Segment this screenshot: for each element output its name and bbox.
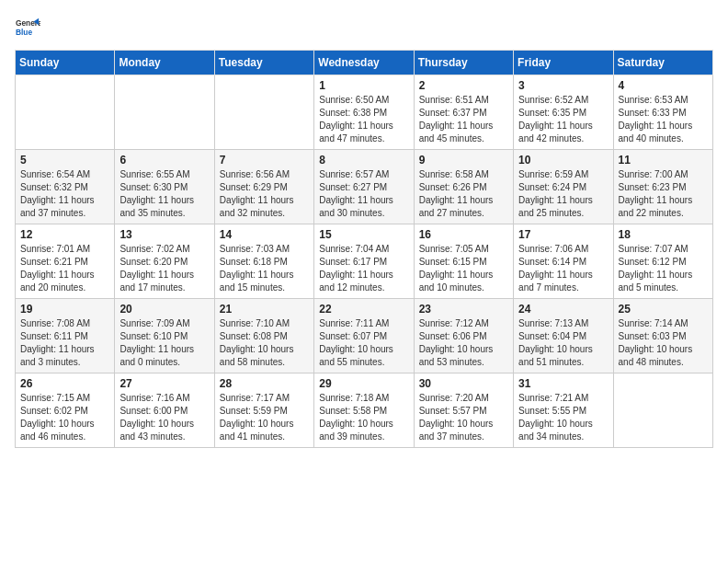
day-number: 7 xyxy=(220,154,309,167)
day-number: 27 xyxy=(119,377,209,390)
calendar-cell: 18Sunrise: 7:07 AM Sunset: 6:12 PM Dayli… xyxy=(613,224,712,299)
day-number: 8 xyxy=(319,154,408,167)
day-number: 2 xyxy=(419,79,508,92)
day-info: Sunrise: 7:04 AM Sunset: 6:17 PM Dayligh… xyxy=(319,243,408,294)
calendar-cell xyxy=(16,75,115,150)
calendar-cell xyxy=(115,75,214,150)
day-number: 12 xyxy=(20,228,109,241)
day-number: 30 xyxy=(419,377,508,390)
calendar-cell: 27Sunrise: 7:16 AM Sunset: 6:00 PM Dayli… xyxy=(115,373,214,448)
calendar-week-row: 19Sunrise: 7:08 AM Sunset: 6:11 PM Dayli… xyxy=(16,299,713,373)
day-info: Sunrise: 7:13 AM Sunset: 6:04 PM Dayligh… xyxy=(518,317,608,369)
day-info: Sunrise: 6:57 AM Sunset: 6:27 PM Dayligh… xyxy=(319,168,408,220)
day-number: 4 xyxy=(619,79,708,92)
day-number: 10 xyxy=(518,154,608,167)
day-info: Sunrise: 7:16 AM Sunset: 6:00 PM Dayligh… xyxy=(119,392,209,443)
calendar-cell: 11Sunrise: 7:00 AM Sunset: 6:23 PM Dayli… xyxy=(613,150,712,224)
calendar-cell: 21Sunrise: 7:10 AM Sunset: 6:08 PM Dayli… xyxy=(214,299,313,373)
day-number: 24 xyxy=(518,303,608,316)
day-info: Sunrise: 6:59 AM Sunset: 6:24 PM Dayligh… xyxy=(518,168,608,220)
day-info: Sunrise: 7:18 AM Sunset: 5:58 PM Dayligh… xyxy=(319,392,408,443)
day-info: Sunrise: 7:21 AM Sunset: 5:55 PM Dayligh… xyxy=(518,392,608,443)
calendar-cell: 16Sunrise: 7:05 AM Sunset: 6:15 PM Dayli… xyxy=(414,224,513,299)
calendar-cell: 24Sunrise: 7:13 AM Sunset: 6:04 PM Dayli… xyxy=(514,299,613,373)
day-number: 25 xyxy=(619,303,708,316)
calendar-week-row: 1Sunrise: 6:50 AM Sunset: 6:38 PM Daylig… xyxy=(16,75,713,150)
day-number: 3 xyxy=(518,79,608,92)
day-info: Sunrise: 7:06 AM Sunset: 6:14 PM Dayligh… xyxy=(518,243,608,294)
calendar-cell: 15Sunrise: 7:04 AM Sunset: 6:17 PM Dayli… xyxy=(314,224,414,299)
day-number: 14 xyxy=(220,228,309,241)
weekday-header: Friday xyxy=(514,51,613,75)
day-info: Sunrise: 6:53 AM Sunset: 6:33 PM Dayligh… xyxy=(619,94,708,145)
day-number: 16 xyxy=(419,228,508,241)
weekday-header: Saturday xyxy=(613,51,712,75)
day-info: Sunrise: 7:05 AM Sunset: 6:15 PM Dayligh… xyxy=(419,243,508,294)
day-number: 21 xyxy=(220,303,309,316)
day-number: 26 xyxy=(20,377,109,390)
day-number: 31 xyxy=(518,377,608,390)
day-info: Sunrise: 7:15 AM Sunset: 6:02 PM Dayligh… xyxy=(20,392,109,443)
calendar-cell: 7Sunrise: 6:56 AM Sunset: 6:29 PM Daylig… xyxy=(214,150,313,224)
day-number: 28 xyxy=(220,377,309,390)
page-header: General Blue xyxy=(15,15,713,40)
day-info: Sunrise: 6:52 AM Sunset: 6:35 PM Dayligh… xyxy=(518,94,608,145)
day-info: Sunrise: 6:55 AM Sunset: 6:30 PM Dayligh… xyxy=(119,168,209,220)
calendar-week-row: 26Sunrise: 7:15 AM Sunset: 6:02 PM Dayli… xyxy=(16,373,713,448)
calendar-cell: 31Sunrise: 7:21 AM Sunset: 5:55 PM Dayli… xyxy=(514,373,613,448)
day-info: Sunrise: 7:17 AM Sunset: 5:59 PM Dayligh… xyxy=(220,392,309,443)
weekday-header: Tuesday xyxy=(214,51,313,75)
calendar-cell: 5Sunrise: 6:54 AM Sunset: 6:32 PM Daylig… xyxy=(16,150,115,224)
calendar-cell: 4Sunrise: 6:53 AM Sunset: 6:33 PM Daylig… xyxy=(613,75,712,150)
day-info: Sunrise: 6:58 AM Sunset: 6:26 PM Dayligh… xyxy=(419,168,508,220)
day-info: Sunrise: 6:50 AM Sunset: 6:38 PM Dayligh… xyxy=(319,94,408,145)
day-number: 19 xyxy=(20,303,109,316)
calendar-cell: 25Sunrise: 7:14 AM Sunset: 6:03 PM Dayli… xyxy=(613,299,712,373)
day-number: 13 xyxy=(119,228,209,241)
calendar-cell: 14Sunrise: 7:03 AM Sunset: 6:18 PM Dayli… xyxy=(214,224,313,299)
calendar-cell: 3Sunrise: 6:52 AM Sunset: 6:35 PM Daylig… xyxy=(514,75,613,150)
calendar-cell xyxy=(214,75,313,150)
calendar-table: SundayMondayTuesdayWednesdayThursdayFrid… xyxy=(15,50,713,448)
weekday-header: Monday xyxy=(115,51,214,75)
day-info: Sunrise: 7:11 AM Sunset: 6:07 PM Dayligh… xyxy=(319,317,408,369)
day-info: Sunrise: 7:01 AM Sunset: 6:21 PM Dayligh… xyxy=(20,243,109,294)
day-info: Sunrise: 7:10 AM Sunset: 6:08 PM Dayligh… xyxy=(220,317,309,369)
day-info: Sunrise: 7:14 AM Sunset: 6:03 PM Dayligh… xyxy=(619,317,708,369)
day-info: Sunrise: 7:00 AM Sunset: 6:23 PM Dayligh… xyxy=(619,168,708,220)
day-info: Sunrise: 7:12 AM Sunset: 6:06 PM Dayligh… xyxy=(419,317,508,369)
calendar-cell: 12Sunrise: 7:01 AM Sunset: 6:21 PM Dayli… xyxy=(16,224,115,299)
day-info: Sunrise: 7:09 AM Sunset: 6:10 PM Dayligh… xyxy=(119,317,209,369)
calendar-cell: 13Sunrise: 7:02 AM Sunset: 6:20 PM Dayli… xyxy=(115,224,214,299)
day-info: Sunrise: 6:56 AM Sunset: 6:29 PM Dayligh… xyxy=(220,168,309,220)
calendar-cell: 26Sunrise: 7:15 AM Sunset: 6:02 PM Dayli… xyxy=(16,373,115,448)
weekday-header: Wednesday xyxy=(314,51,414,75)
day-number: 20 xyxy=(119,303,209,316)
weekday-header: Thursday xyxy=(414,51,513,75)
calendar-week-row: 5Sunrise: 6:54 AM Sunset: 6:32 PM Daylig… xyxy=(16,150,713,224)
calendar-cell: 22Sunrise: 7:11 AM Sunset: 6:07 PM Dayli… xyxy=(314,299,414,373)
day-number: 6 xyxy=(119,154,209,167)
calendar-header-row: SundayMondayTuesdayWednesdayThursdayFrid… xyxy=(16,51,713,75)
day-number: 17 xyxy=(518,228,608,241)
calendar-cell xyxy=(613,373,712,448)
calendar-cell: 1Sunrise: 6:50 AM Sunset: 6:38 PM Daylig… xyxy=(314,75,414,150)
day-number: 29 xyxy=(319,377,408,390)
calendar-cell: 30Sunrise: 7:20 AM Sunset: 5:57 PM Dayli… xyxy=(414,373,513,448)
day-info: Sunrise: 6:54 AM Sunset: 6:32 PM Dayligh… xyxy=(20,168,109,220)
day-number: 9 xyxy=(419,154,508,167)
day-number: 18 xyxy=(619,228,708,241)
logo-icon: General Blue xyxy=(15,15,40,40)
calendar-cell: 29Sunrise: 7:18 AM Sunset: 5:58 PM Dayli… xyxy=(314,373,414,448)
calendar-cell: 9Sunrise: 6:58 AM Sunset: 6:26 PM Daylig… xyxy=(414,150,513,224)
day-info: Sunrise: 7:07 AM Sunset: 6:12 PM Dayligh… xyxy=(619,243,708,294)
day-info: Sunrise: 7:20 AM Sunset: 5:57 PM Dayligh… xyxy=(419,392,508,443)
logo: General Blue xyxy=(15,15,44,40)
weekday-header: Sunday xyxy=(16,51,115,75)
calendar-cell: 10Sunrise: 6:59 AM Sunset: 6:24 PM Dayli… xyxy=(514,150,613,224)
day-info: Sunrise: 7:08 AM Sunset: 6:11 PM Dayligh… xyxy=(20,317,109,369)
calendar-cell: 2Sunrise: 6:51 AM Sunset: 6:37 PM Daylig… xyxy=(414,75,513,150)
day-number: 1 xyxy=(319,79,408,92)
calendar-cell: 6Sunrise: 6:55 AM Sunset: 6:30 PM Daylig… xyxy=(115,150,214,224)
svg-text:Blue: Blue xyxy=(16,28,32,37)
